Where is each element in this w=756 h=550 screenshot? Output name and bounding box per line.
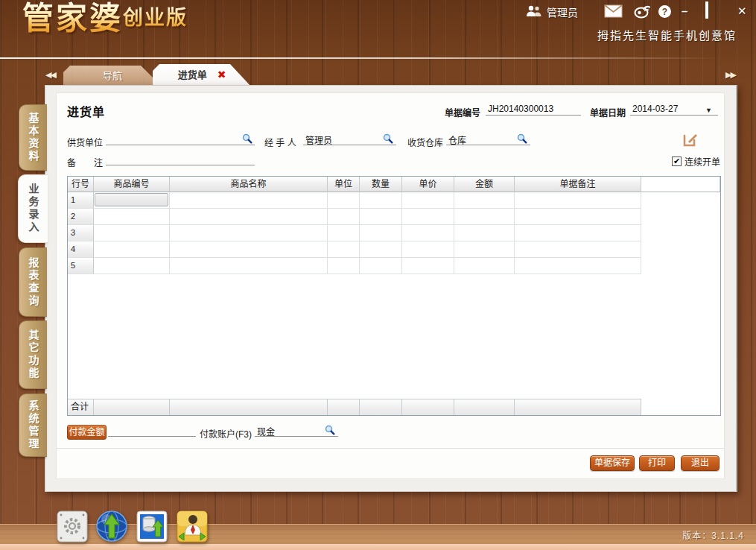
main-panel: 进货单 单据编号 JH20140300013 单据日期 2014-03-27 ▼…: [45, 85, 737, 492]
column-header[interactable]: 单据备注: [515, 177, 641, 192]
amount-cell[interactable]: [454, 258, 515, 274]
tab-purchase-order[interactable]: 进货单✖: [153, 64, 251, 86]
selected-cell[interactable]: [95, 193, 168, 206]
unit-cell[interactable]: [328, 225, 360, 241]
filler-cell: [641, 209, 720, 225]
unit-price-cell[interactable]: [402, 192, 454, 209]
unit-cell[interactable]: [328, 192, 360, 209]
product-code-cell[interactable]: [94, 258, 170, 274]
payment-amount-field[interactable]: [108, 424, 196, 437]
product-name-cell[interactable]: [170, 225, 328, 241]
table-row[interactable]: 4: [68, 241, 720, 258]
data-backup-icon[interactable]: [135, 510, 169, 543]
product-name-cell[interactable]: [170, 192, 328, 209]
supplier-lookup-icon[interactable]: [242, 133, 252, 144]
remark-cell[interactable]: [515, 192, 641, 209]
remark-cell[interactable]: [515, 258, 641, 274]
unit-cell[interactable]: [328, 209, 360, 225]
total-cell: [94, 399, 170, 415]
remark-cell[interactable]: [515, 209, 641, 225]
mail-icon[interactable]: [604, 4, 623, 21]
quantity-cell[interactable]: [360, 209, 402, 225]
supplier-label: 供货单位: [67, 136, 103, 148]
payment-account-lookup-icon[interactable]: [325, 425, 335, 435]
unit-price-cell[interactable]: [402, 225, 454, 241]
edit-document-icon[interactable]: [682, 132, 698, 151]
unit-cell[interactable]: [328, 258, 360, 274]
tab-close-icon[interactable]: ✖: [217, 69, 226, 80]
unit-price-cell[interactable]: [402, 241, 454, 258]
column-header[interactable]: 单位: [328, 177, 360, 192]
sidebar-item-other-functions[interactable]: 其它功能: [19, 320, 47, 389]
store-name-label: 拇指先生智能手机创意馆: [597, 27, 737, 42]
product-code-cell[interactable]: [94, 241, 170, 258]
product-code-cell[interactable]: [94, 192, 170, 209]
filler-cell: [641, 192, 720, 209]
tab-scroll-right-icon[interactable]: ▶▶: [725, 70, 735, 80]
unit-price-cell[interactable]: [402, 258, 454, 274]
column-header[interactable]: 金额: [454, 177, 515, 192]
date-dropdown-icon[interactable]: ▼: [705, 107, 712, 114]
sidebar-item-report-query[interactable]: 报表查询: [19, 247, 47, 317]
quantity-cell[interactable]: [360, 258, 402, 274]
sidebar-item-basic-data[interactable]: 基本资料: [19, 104, 47, 171]
remark-cell[interactable]: [515, 241, 641, 258]
unit-cell[interactable]: [328, 241, 360, 258]
column-header[interactable]: 数量: [360, 177, 402, 192]
table-total-row: 合计: [68, 399, 641, 415]
current-user[interactable]: 管理员: [526, 4, 578, 19]
amount-cell[interactable]: [454, 209, 515, 225]
continuous-billing-option[interactable]: ✔ 连续开单: [672, 155, 720, 168]
total-cell: [402, 399, 454, 415]
tab-navigation[interactable]: 导航: [63, 66, 162, 86]
table-row[interactable]: 1: [68, 192, 720, 209]
remark-field[interactable]: [106, 153, 255, 165]
close-button[interactable]: ✕: [737, 4, 747, 18]
table-row[interactable]: 5: [68, 258, 720, 274]
quantity-cell[interactable]: [360, 241, 402, 258]
sidebar-item-system-management[interactable]: 系统管理: [19, 393, 47, 457]
user-icon: [526, 5, 542, 19]
column-header[interactable]: 商品名称: [170, 177, 328, 192]
sidebar-item-business-entry[interactable]: 业务录入: [18, 174, 48, 243]
switch-user-icon[interactable]: [175, 510, 209, 543]
product-name-cell[interactable]: [170, 258, 328, 274]
amount-cell[interactable]: [454, 241, 515, 258]
maximize-icon: [705, 1, 708, 19]
warehouse-lookup-icon[interactable]: [517, 133, 527, 144]
quantity-cell[interactable]: [360, 192, 402, 209]
help-icon[interactable]: ?: [658, 4, 672, 22]
doc-no-field[interactable]: JH20140300013: [486, 103, 581, 116]
supplier-field[interactable]: [106, 133, 255, 145]
product-name-cell[interactable]: [170, 241, 328, 258]
handler-lookup-icon[interactable]: [383, 133, 393, 144]
remark-cell[interactable]: [515, 225, 641, 241]
weibo-icon[interactable]: [634, 4, 650, 22]
product-name-cell[interactable]: [170, 209, 328, 225]
header-divider: [0, 57, 756, 59]
save-button[interactable]: 单据保存: [590, 455, 635, 471]
checkbox-checked-icon[interactable]: ✔: [672, 157, 682, 166]
amount-cell[interactable]: [454, 225, 515, 241]
maximize-button[interactable]: [705, 4, 708, 18]
column-header[interactable]: 行号: [68, 177, 94, 192]
table-row[interactable]: 3: [68, 225, 720, 241]
minimize-button[interactable]: –: [682, 4, 687, 17]
unit-price-cell[interactable]: [402, 209, 454, 225]
filler-cell: [641, 225, 720, 241]
print-button[interactable]: 打印: [639, 455, 675, 471]
column-header[interactable]: 单价: [402, 177, 454, 192]
column-header[interactable]: 商品编号: [94, 177, 170, 192]
online-upgrade-icon[interactable]: [95, 510, 129, 543]
product-code-cell[interactable]: [94, 225, 170, 241]
settings-icon[interactable]: [55, 510, 89, 543]
table-row[interactable]: 2: [68, 209, 720, 225]
exit-button[interactable]: 退出: [681, 455, 720, 471]
tab-scroll-left-icon[interactable]: ◀◀: [45, 70, 55, 80]
quantity-cell[interactable]: [360, 225, 402, 241]
product-code-cell[interactable]: [94, 209, 170, 225]
total-cell: [360, 399, 402, 415]
warehouse-label: 收货仓库: [407, 136, 443, 148]
filler-cell: [641, 258, 720, 274]
amount-cell[interactable]: [454, 192, 515, 209]
